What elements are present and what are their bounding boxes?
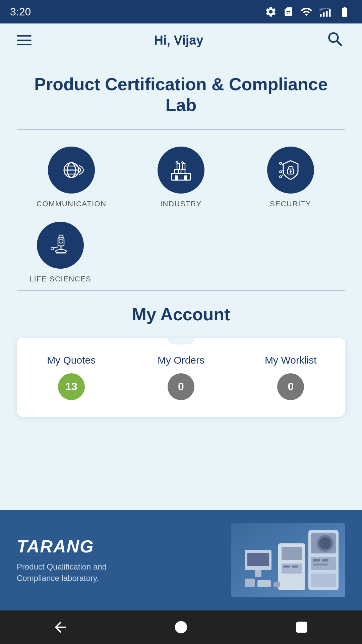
categories-row-1: COMMUNICATION INDUSTRY (17, 147, 345, 208)
my-orders-label: My Orders (158, 355, 204, 366)
settings-icon (265, 6, 277, 18)
back-button[interactable] (49, 615, 72, 639)
my-quotes-count: 13 (65, 380, 77, 393)
svg-rect-44 (282, 547, 302, 560)
svg-rect-1 (323, 12, 325, 17)
my-worklist-stat[interactable]: My Worklist 0 (236, 355, 345, 400)
svg-point-30 (59, 239, 63, 243)
svg-point-19 (280, 162, 282, 164)
hamburger-menu[interactable] (17, 35, 32, 45)
svg-rect-3 (329, 9, 331, 17)
page-title: Product Certification & Compliance Lab (17, 74, 345, 116)
status-bar: 3:20 (0, 0, 362, 23)
svg-rect-41 (313, 564, 328, 566)
communication-circle (48, 147, 95, 194)
home-button[interactable] (169, 615, 193, 639)
globe-signal-icon (58, 157, 85, 183)
svg-rect-39 (313, 559, 320, 561)
industry-circle (158, 147, 204, 194)
svg-rect-47 (292, 566, 298, 568)
my-orders-stat[interactable]: My Orders 0 (126, 355, 235, 400)
recents-icon (294, 620, 309, 635)
svg-rect-2 (326, 11, 328, 17)
my-worklist-badge: 0 (277, 373, 304, 400)
my-worklist-label: My Worklist (265, 355, 316, 366)
app-header: Hi, Vijay (0, 23, 362, 57)
svg-point-37 (319, 537, 331, 549)
svg-rect-13 (182, 163, 185, 169)
security-circle (267, 147, 314, 194)
svg-rect-49 (247, 553, 269, 566)
header-title: Hi, Vijay (154, 33, 203, 48)
card-notch (168, 338, 194, 344)
status-icons (265, 6, 352, 18)
svg-line-31 (54, 247, 58, 248)
nav-bar (0, 610, 362, 644)
svg-rect-15 (184, 175, 187, 180)
svg-point-17 (290, 170, 292, 172)
svg-point-32 (51, 247, 54, 250)
battery-icon (337, 6, 352, 18)
svg-rect-10 (174, 169, 178, 173)
banner-image (231, 523, 345, 597)
svg-rect-51 (245, 579, 255, 587)
category-security[interactable]: SECURITY (236, 147, 345, 208)
microscope-icon (47, 232, 74, 259)
svg-rect-42 (311, 574, 336, 587)
my-orders-badge: 0 (168, 373, 194, 400)
svg-point-20 (280, 171, 282, 173)
svg-point-54 (175, 621, 187, 634)
banner-left: TATARANG TARANG Product Qualification an… (17, 536, 131, 584)
back-icon (52, 619, 69, 636)
signal-icon (319, 6, 331, 18)
my-worklist-count: 0 (288, 380, 294, 393)
recents-button[interactable] (290, 615, 313, 639)
svg-rect-11 (181, 169, 185, 173)
svg-rect-12 (177, 163, 180, 169)
svg-rect-0 (320, 14, 322, 17)
shield-lock-icon (277, 157, 304, 183)
brand-tagline: Product Qualification and Compliance lab… (17, 561, 131, 584)
svg-rect-45 (282, 564, 302, 574)
svg-rect-14 (175, 175, 178, 180)
svg-rect-40 (322, 559, 328, 561)
category-industry[interactable]: INDUSTRY (126, 147, 236, 208)
svg-point-21 (280, 176, 282, 178)
industry-label: INDUSTRY (160, 200, 202, 208)
my-quotes-stat[interactable]: My Quotes 13 (17, 355, 126, 400)
categories-row-2: LIFE SCIENCES (17, 222, 345, 283)
my-orders-count: 0 (178, 380, 184, 393)
account-card: My Quotes 13 My Orders 0 My Worklist 0 (17, 338, 345, 417)
category-communication[interactable]: COMMUNICATION (17, 147, 126, 208)
svg-rect-55 (296, 622, 307, 633)
status-time: 3:20 (10, 6, 31, 18)
security-label: SECURITY (270, 200, 311, 208)
my-quotes-label: My Quotes (47, 355, 96, 366)
brand-name-display: TARANG (17, 536, 131, 556)
my-account-title: My Account (132, 304, 230, 324)
wifi-icon (300, 6, 313, 18)
search-button[interactable] (326, 30, 345, 51)
svg-rect-9 (172, 173, 190, 180)
life-sciences-label: LIFE SCIENCES (29, 275, 92, 283)
home-icon (174, 620, 188, 635)
svg-line-24 (282, 174, 283, 177)
divider-top (17, 129, 345, 130)
divider-bottom (17, 290, 345, 291)
lab-equipment-svg (231, 523, 345, 597)
bottom-banner: TATARANG TARANG Product Qualification an… (0, 510, 362, 610)
svg-rect-53 (274, 582, 280, 587)
svg-rect-52 (257, 580, 271, 587)
svg-rect-50 (255, 570, 261, 577)
category-life-sciences[interactable]: LIFE SCIENCES (27, 222, 94, 283)
svg-rect-46 (283, 566, 290, 568)
communication-label: COMMUNICATION (37, 200, 107, 208)
factory-icon (168, 157, 194, 183)
search-icon (326, 30, 345, 49)
my-quotes-badge: 13 (58, 373, 85, 400)
life-sciences-circle (37, 222, 84, 269)
sim-icon (283, 6, 294, 18)
account-stats: My Quotes 13 My Orders 0 My Worklist 0 (17, 338, 345, 417)
main-content: Product Certification & Compliance Lab C… (0, 57, 362, 496)
